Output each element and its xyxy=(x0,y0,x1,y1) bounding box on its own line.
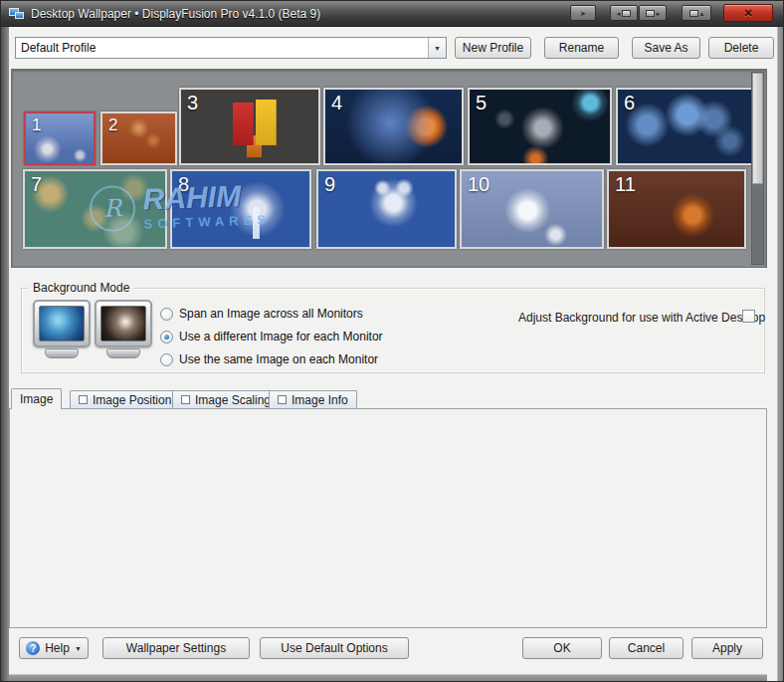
displayfusion-window: Desktop Wallpaper • DisplayFusion Pro v4… xyxy=(0,0,784,682)
title-bar[interactable]: Desktop Wallpaper • DisplayFusion Pro v4… xyxy=(1,1,784,27)
monitor-icon xyxy=(622,10,631,17)
tab-image-position[interactable]: Image Position xyxy=(70,390,180,408)
radio-button-icon[interactable] xyxy=(160,353,173,366)
monitor-panel-scrollbar[interactable] xyxy=(751,72,764,265)
chevron-down-icon: ▼ xyxy=(75,645,82,652)
profile-select-value: Default Profile xyxy=(21,41,96,55)
app-icon xyxy=(9,6,25,22)
monitor-thumbnail-3[interactable]: 3 xyxy=(179,88,320,165)
monitor-icon xyxy=(646,10,655,17)
monitor-thumbnail-7[interactable]: 7 xyxy=(23,169,167,249)
cancel-button[interactable]: Cancel xyxy=(609,637,684,659)
use-default-options-button[interactable]: Use Default Options xyxy=(260,637,409,659)
monitor-thumbnail-9[interactable]: 9 xyxy=(316,169,457,249)
ok-button[interactable]: OK xyxy=(522,637,602,659)
monitor-stand-icon xyxy=(45,348,79,358)
monitor-thumbnail-11[interactable]: 11 xyxy=(607,169,746,249)
rename-button[interactable]: Rename xyxy=(544,37,619,59)
chevron-down-icon: ▼ xyxy=(428,38,446,58)
window-frame-right xyxy=(767,27,784,682)
radio-button-icon[interactable] xyxy=(160,308,173,321)
background-mode-title: Background Mode xyxy=(29,281,133,295)
monitor-thumbnail-8[interactable]: 8 xyxy=(170,169,311,249)
apply-button[interactable]: Apply xyxy=(691,637,763,659)
wallpaper-settings-button[interactable]: Wallpaper Settings xyxy=(102,637,250,659)
tab-image[interactable]: Image xyxy=(11,388,62,409)
arrow-left-icon: ◂ xyxy=(617,10,621,17)
new-profile-button[interactable]: New Profile xyxy=(455,37,531,59)
galaxy-monitor-icon xyxy=(95,300,152,347)
active-desktop-label: Adjust Background for use with Active De… xyxy=(518,311,735,325)
tab-icon xyxy=(278,395,287,404)
radio-button-selected-icon[interactable] xyxy=(160,331,173,343)
tab-image-scaling[interactable]: Image Scaling xyxy=(172,390,280,408)
monitor-stand-icon xyxy=(106,348,140,358)
save-as-button[interactable]: Save As xyxy=(632,37,700,59)
pin-icon: ➤ xyxy=(580,10,586,17)
span-window-button[interactable]: ▴ xyxy=(682,5,711,21)
monitor-thumbnail-1[interactable]: 1 xyxy=(24,112,96,165)
window-frame-bottom xyxy=(9,666,767,682)
help-icon: ? xyxy=(26,641,40,655)
monitor-thumbnail-5[interactable]: 5 xyxy=(468,88,612,165)
move-to-next-monitor-button[interactable]: ▸ xyxy=(639,5,667,21)
close-icon: ✕ xyxy=(743,7,752,20)
tab-image-info[interactable]: Image Info xyxy=(269,390,357,408)
monitor-icon xyxy=(689,10,698,17)
monitor-thumbnail-6[interactable]: 6 xyxy=(616,88,753,165)
move-to-previous-monitor-button[interactable]: ◂ xyxy=(610,5,638,21)
image-tab-panel xyxy=(9,408,767,628)
arrow-up-icon: ▴ xyxy=(700,10,704,17)
window-frame-left xyxy=(1,27,9,682)
monitor-thumbnail-4[interactable]: 4 xyxy=(323,88,464,165)
monitor-thumbnail-2[interactable]: 2 xyxy=(100,112,177,165)
profile-select[interactable]: Default Profile ▼ xyxy=(15,37,447,59)
window-title: Desktop Wallpaper • DisplayFusion Pro v4… xyxy=(31,7,320,21)
delete-button[interactable]: Delete xyxy=(708,37,774,59)
earth-monitor-icon xyxy=(33,300,91,347)
radio-span-image[interactable]: Span an Image across all Monitors xyxy=(160,307,363,321)
close-button[interactable]: ✕ xyxy=(723,4,773,22)
tab-icon xyxy=(181,395,190,404)
scrollbar-thumb[interactable] xyxy=(752,73,763,184)
arrow-right-icon: ▸ xyxy=(657,10,661,17)
help-button[interactable]: ? Help ▼ xyxy=(19,637,89,659)
pin-window-button[interactable]: ➤ xyxy=(570,5,596,21)
tab-icon xyxy=(79,395,88,404)
monitor-thumbnail-10[interactable]: 10 xyxy=(460,169,604,249)
active-desktop-checkbox[interactable] xyxy=(742,310,755,323)
monitor-thumbnails-panel: 1 2 3 4 5 6 7 8 9 10 11 R RAHIM SOFTWARE… xyxy=(11,69,767,268)
radio-same-image[interactable]: Use the same Image on each Monitor xyxy=(160,352,378,366)
radio-different-image[interactable]: Use a different Image for each Monitor xyxy=(160,330,383,343)
